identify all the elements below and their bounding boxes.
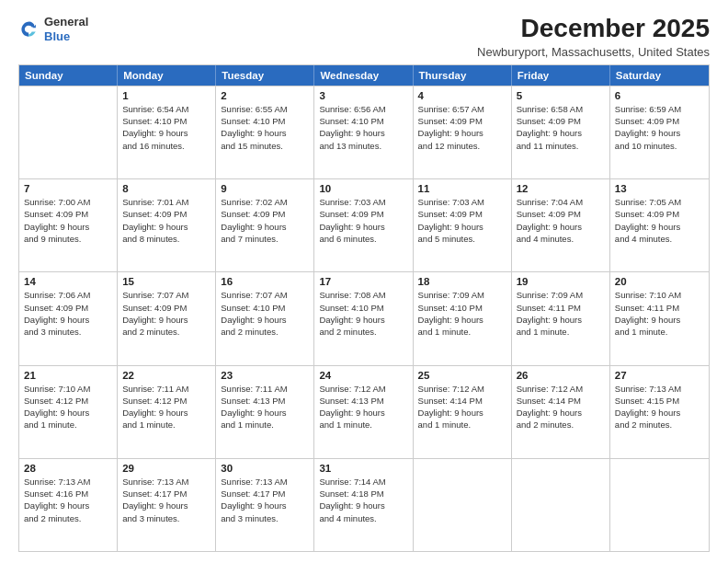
day-info: Sunrise: 7:07 AM Sunset: 4:10 PM Dayligh… bbox=[221, 289, 309, 338]
day-cell-31: 31Sunrise: 7:14 AM Sunset: 4:18 PM Dayli… bbox=[314, 459, 413, 551]
day-cell-28: 28Sunrise: 7:13 AM Sunset: 4:16 PM Dayli… bbox=[19, 459, 118, 551]
day-number: 2 bbox=[221, 90, 309, 101]
day-number: 10 bbox=[319, 183, 407, 194]
day-number: 3 bbox=[319, 90, 407, 101]
day-info: Sunrise: 7:07 AM Sunset: 4:09 PM Dayligh… bbox=[122, 289, 210, 338]
day-info: Sunrise: 7:00 AM Sunset: 4:09 PM Dayligh… bbox=[24, 196, 112, 245]
day-info: Sunrise: 7:11 AM Sunset: 4:12 PM Dayligh… bbox=[122, 383, 210, 431]
day-number: 9 bbox=[221, 183, 309, 194]
day-number: 27 bbox=[615, 370, 704, 381]
day-number: 24 bbox=[319, 370, 407, 381]
month-title: December 2025 bbox=[477, 15, 710, 43]
day-cell-26: 26Sunrise: 7:12 AM Sunset: 4:14 PM Dayli… bbox=[512, 366, 610, 458]
calendar-row-4: 28Sunrise: 7:13 AM Sunset: 4:16 PM Dayli… bbox=[19, 458, 709, 551]
day-info: Sunrise: 7:10 AM Sunset: 4:11 PM Dayligh… bbox=[615, 289, 704, 338]
day-number: 1 bbox=[122, 90, 210, 101]
day-cell-27: 27Sunrise: 7:13 AM Sunset: 4:15 PM Dayli… bbox=[610, 366, 709, 458]
day-cell-3: 3Sunrise: 6:56 AM Sunset: 4:10 PM Daylig… bbox=[314, 86, 413, 178]
weekday-header-friday: Friday bbox=[512, 65, 610, 86]
day-info: Sunrise: 6:54 AM Sunset: 4:10 PM Dayligh… bbox=[122, 103, 210, 152]
day-number: 5 bbox=[517, 90, 605, 101]
page: General Blue December 2025 Newburyport, … bbox=[0, 0, 728, 563]
day-cell-21: 21Sunrise: 7:10 AM Sunset: 4:12 PM Dayli… bbox=[19, 366, 118, 458]
day-info: Sunrise: 7:14 AM Sunset: 4:18 PM Dayligh… bbox=[319, 476, 407, 524]
day-number: 19 bbox=[517, 276, 605, 287]
day-number: 8 bbox=[122, 183, 210, 194]
day-info: Sunrise: 7:13 AM Sunset: 4:15 PM Dayligh… bbox=[615, 383, 704, 431]
day-number: 4 bbox=[418, 90, 506, 101]
day-info: Sunrise: 7:11 AM Sunset: 4:13 PM Dayligh… bbox=[221, 383, 309, 431]
calendar-body: 1Sunrise: 6:54 AM Sunset: 4:10 PM Daylig… bbox=[19, 86, 709, 551]
day-number: 31 bbox=[319, 463, 407, 474]
day-number: 29 bbox=[122, 463, 210, 474]
logo-text: General Blue bbox=[44, 15, 88, 43]
day-number: 20 bbox=[615, 276, 704, 287]
day-info: Sunrise: 6:58 AM Sunset: 4:09 PM Dayligh… bbox=[517, 103, 605, 152]
day-cell-25: 25Sunrise: 7:12 AM Sunset: 4:14 PM Dayli… bbox=[414, 366, 512, 458]
day-cell-9: 9Sunrise: 7:02 AM Sunset: 4:09 PM Daylig… bbox=[216, 179, 314, 271]
location-text: Newburyport, Massachusetts, United State… bbox=[477, 45, 710, 59]
day-number: 18 bbox=[418, 276, 506, 287]
calendar: SundayMondayTuesdayWednesdayThursdayFrid… bbox=[18, 64, 710, 552]
logo-icon bbox=[18, 18, 40, 40]
day-number: 22 bbox=[122, 370, 210, 381]
day-cell-1: 1Sunrise: 6:54 AM Sunset: 4:10 PM Daylig… bbox=[118, 86, 216, 178]
logo-blue-text: Blue bbox=[44, 29, 88, 44]
calendar-row-3: 21Sunrise: 7:10 AM Sunset: 4:12 PM Dayli… bbox=[19, 365, 709, 458]
day-number: 13 bbox=[615, 183, 704, 194]
weekday-header-saturday: Saturday bbox=[610, 65, 709, 86]
logo-general-text: General bbox=[44, 15, 88, 29]
day-info: Sunrise: 6:55 AM Sunset: 4:10 PM Dayligh… bbox=[221, 103, 309, 152]
day-info: Sunrise: 6:57 AM Sunset: 4:09 PM Dayligh… bbox=[418, 103, 506, 152]
day-info: Sunrise: 7:12 AM Sunset: 4:14 PM Dayligh… bbox=[418, 383, 506, 431]
day-info: Sunrise: 7:13 AM Sunset: 4:17 PM Dayligh… bbox=[221, 476, 309, 524]
day-info: Sunrise: 7:06 AM Sunset: 4:09 PM Dayligh… bbox=[24, 289, 112, 338]
weekday-header-sunday: Sunday bbox=[19, 65, 118, 86]
day-cell-5: 5Sunrise: 6:58 AM Sunset: 4:09 PM Daylig… bbox=[512, 86, 610, 178]
day-cell-23: 23Sunrise: 7:11 AM Sunset: 4:13 PM Dayli… bbox=[216, 366, 314, 458]
day-info: Sunrise: 6:59 AM Sunset: 4:09 PM Dayligh… bbox=[615, 103, 704, 152]
day-cell-30: 30Sunrise: 7:13 AM Sunset: 4:17 PM Dayli… bbox=[216, 459, 314, 551]
day-number: 12 bbox=[517, 183, 605, 194]
empty-cell-4-6 bbox=[610, 459, 709, 551]
day-cell-19: 19Sunrise: 7:09 AM Sunset: 4:11 PM Dayli… bbox=[512, 272, 610, 364]
day-info: Sunrise: 7:05 AM Sunset: 4:09 PM Dayligh… bbox=[615, 196, 704, 245]
weekday-header-monday: Monday bbox=[118, 65, 216, 86]
calendar-header: SundayMondayTuesdayWednesdayThursdayFrid… bbox=[19, 65, 709, 86]
day-cell-7: 7Sunrise: 7:00 AM Sunset: 4:09 PM Daylig… bbox=[19, 179, 118, 271]
day-number: 28 bbox=[24, 463, 112, 474]
day-cell-29: 29Sunrise: 7:13 AM Sunset: 4:17 PM Dayli… bbox=[118, 459, 216, 551]
day-cell-20: 20Sunrise: 7:10 AM Sunset: 4:11 PM Dayli… bbox=[610, 272, 709, 364]
day-cell-16: 16Sunrise: 7:07 AM Sunset: 4:10 PM Dayli… bbox=[216, 272, 314, 364]
calendar-row-2: 14Sunrise: 7:06 AM Sunset: 4:09 PM Dayli… bbox=[19, 271, 709, 364]
day-info: Sunrise: 7:13 AM Sunset: 4:17 PM Dayligh… bbox=[122, 476, 210, 524]
day-info: Sunrise: 7:09 AM Sunset: 4:11 PM Dayligh… bbox=[517, 289, 605, 338]
empty-cell-4-5 bbox=[512, 459, 610, 551]
day-cell-12: 12Sunrise: 7:04 AM Sunset: 4:09 PM Dayli… bbox=[512, 179, 610, 271]
day-cell-11: 11Sunrise: 7:03 AM Sunset: 4:09 PM Dayli… bbox=[414, 179, 512, 271]
weekday-header-wednesday: Wednesday bbox=[314, 65, 413, 86]
day-info: Sunrise: 7:10 AM Sunset: 4:12 PM Dayligh… bbox=[24, 383, 112, 431]
day-number: 21 bbox=[24, 370, 112, 381]
day-cell-4: 4Sunrise: 6:57 AM Sunset: 4:09 PM Daylig… bbox=[414, 86, 512, 178]
title-block: December 2025 Newburyport, Massachusetts… bbox=[477, 15, 710, 59]
weekday-header-tuesday: Tuesday bbox=[216, 65, 314, 86]
day-number: 26 bbox=[517, 370, 605, 381]
day-info: Sunrise: 7:08 AM Sunset: 4:10 PM Dayligh… bbox=[319, 289, 407, 338]
day-number: 7 bbox=[24, 183, 112, 194]
day-cell-17: 17Sunrise: 7:08 AM Sunset: 4:10 PM Dayli… bbox=[314, 272, 413, 364]
day-cell-2: 2Sunrise: 6:55 AM Sunset: 4:10 PM Daylig… bbox=[216, 86, 314, 178]
weekday-header-thursday: Thursday bbox=[414, 65, 512, 86]
day-cell-10: 10Sunrise: 7:03 AM Sunset: 4:09 PM Dayli… bbox=[314, 179, 413, 271]
day-info: Sunrise: 6:56 AM Sunset: 4:10 PM Dayligh… bbox=[319, 103, 407, 152]
day-number: 30 bbox=[221, 463, 309, 474]
day-cell-22: 22Sunrise: 7:11 AM Sunset: 4:12 PM Dayli… bbox=[118, 366, 216, 458]
day-cell-8: 8Sunrise: 7:01 AM Sunset: 4:09 PM Daylig… bbox=[118, 179, 216, 271]
day-info: Sunrise: 7:04 AM Sunset: 4:09 PM Dayligh… bbox=[517, 196, 605, 245]
day-cell-13: 13Sunrise: 7:05 AM Sunset: 4:09 PM Dayli… bbox=[610, 179, 709, 271]
day-cell-14: 14Sunrise: 7:06 AM Sunset: 4:09 PM Dayli… bbox=[19, 272, 118, 364]
day-number: 25 bbox=[418, 370, 506, 381]
day-number: 23 bbox=[221, 370, 309, 381]
day-number: 16 bbox=[221, 276, 309, 287]
day-info: Sunrise: 7:02 AM Sunset: 4:09 PM Dayligh… bbox=[221, 196, 309, 245]
